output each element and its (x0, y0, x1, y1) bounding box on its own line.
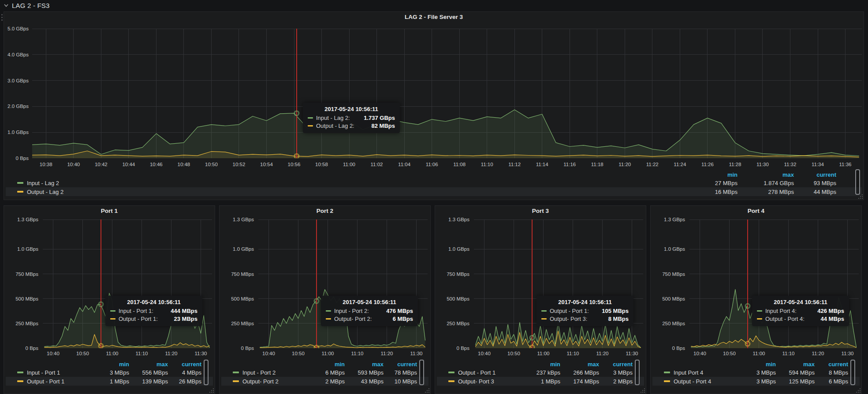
legend-scrollbar[interactable] (635, 360, 640, 385)
legend-header-row: min max current (652, 360, 860, 368)
legend-row: Input Port 4 3 MBps 594 MBps 8 MBps (652, 368, 860, 377)
tooltip-row: Input - Lag 2: 1.737 GBps (308, 115, 395, 121)
legend-row: Input - Port 1 3 MBps 556 MBps 4 MBps (6, 368, 213, 377)
y-axis-labels: 1.3 GBps1.0 GBps750 MBps500 MBps250 MBps… (220, 219, 256, 348)
y-tick-label: 500 MBps (662, 296, 685, 301)
legend-scrollbar[interactable] (855, 169, 860, 195)
plot-area[interactable] (258, 219, 428, 348)
row-collapse-header[interactable]: LAG 2 - FS3 (4, 1, 50, 10)
y-tick-label: 750 MBps (662, 271, 685, 277)
legend-row: Output - Port 4 3 MBps 125 MBps 6 MBps (652, 377, 860, 386)
plot-area[interactable] (689, 219, 859, 348)
series-swatch (541, 310, 547, 312)
x-tick-label: 11:08 (450, 162, 469, 167)
x-tick-label: 11:32 (780, 162, 800, 167)
series-swatch (664, 372, 670, 373)
x-tick-label: 11:20 (808, 351, 828, 356)
legend-table: min max current Input - Port 1 3 MBps 55… (6, 360, 213, 386)
x-tick-label: 10:40 (259, 351, 278, 356)
tooltip-timestamp: 2017-05-24 10:56:11 (757, 299, 844, 305)
y-axis-labels: 1.3 GBps1.0 GBps750 MBps500 MBps250 MBps… (5, 219, 40, 348)
series-swatch (233, 380, 239, 382)
legend-series-toggle[interactable]: Input Port 4 (664, 369, 741, 376)
x-tick-label: 11:30 (191, 351, 211, 356)
x-tick-label: 10:44 (119, 162, 138, 167)
x-axis-labels: 10:3810:4010:4210:4410:4610:4810:5010:52… (32, 161, 862, 168)
y-tick-label: 1.0 GBps (448, 246, 469, 252)
tooltip-row: Output - Port 4:44 MBps (757, 316, 844, 322)
legend-table: min max current Input Port 4 3 MBps 594 … (652, 360, 860, 386)
series-swatch (308, 117, 313, 119)
legend-series-toggle[interactable]: Output - Port 1 (448, 369, 525, 376)
x-tick-label: 10:50 (504, 351, 523, 356)
legend-table: min max current Output - Port 1 237 kBps… (437, 360, 644, 386)
legend-series-toggle[interactable]: Output- Port 3 (448, 378, 525, 385)
y-tick-label: 1.3 GBps (448, 217, 469, 222)
x-tick-label: 10:50 (719, 351, 739, 356)
x-tick-label: 11:28 (725, 162, 745, 167)
x-tick-label: 11:04 (395, 162, 414, 167)
x-tick-label: 10:58 (312, 162, 332, 167)
series-swatch (233, 372, 239, 373)
resize-handle-icon[interactable] (640, 387, 645, 393)
series-swatch (308, 125, 313, 126)
panel-title[interactable]: Port 2 (220, 208, 430, 214)
hover-tooltip: 2017-05-24 10:56:11 Input - Port 1:444 M… (105, 296, 202, 326)
tooltip-row: Output - Port 1:23 MBps (110, 316, 197, 322)
y-tick-label: 750 MBps (447, 271, 469, 277)
resize-handle-icon[interactable] (424, 387, 430, 393)
series-swatch (17, 372, 23, 373)
hover-tooltip: 2017-05-24 10:56:11 Input - Port 2:476 M… (321, 296, 418, 326)
x-tick-label: 10:42 (91, 162, 111, 167)
plot-area[interactable] (474, 219, 643, 348)
panel-title[interactable]: Port 1 (4, 208, 215, 214)
panel-lag2-file-server-3: LAG 2 - File Server 3 5.0 GBps4.0 GBps3.… (4, 11, 864, 200)
legend-series-toggle[interactable]: Output - Port 1 (17, 378, 94, 385)
chart-svg (258, 219, 428, 348)
legend-series-toggle[interactable]: Input - Port 2 (233, 369, 309, 376)
legend-row: Output- Port 2 2 MBps 43 MBps 10 MBps (221, 377, 428, 386)
x-tick-label: 11:00 (533, 351, 553, 356)
x-tick-label: 11:20 (162, 351, 181, 356)
legend-series-toggle[interactable]: Output- Port 2 (233, 378, 309, 385)
panel-title[interactable]: Port 4 (651, 208, 861, 214)
legend-series-toggle[interactable]: Output - Lag 2 (17, 189, 689, 195)
panel-port-2: Port 2 1.3 GBps1.0 GBps750 MBps500 MBps2… (219, 205, 431, 394)
hover-tooltip: 2017-05-24 10:56:11 Input Port 4:426 MBp… (752, 296, 849, 326)
dashboard: LAG 2 - FS3 LAG 2 - File Server 3 5.0 GB… (0, 0, 868, 394)
legend-scrollbar[interactable] (419, 360, 424, 385)
legend-table: min max current Input - Port 2 6 MBps 59… (221, 360, 428, 386)
tooltip-row: Input - Port 2:476 MBps (326, 308, 413, 314)
x-tick-label: 10:38 (36, 162, 56, 167)
y-tick-label: 3.0 GBps (7, 78, 29, 83)
x-tick-label: 10:40 (64, 162, 83, 167)
y-tick-label: 1.0 GBps (233, 246, 254, 252)
row-title: LAG 2 - FS3 (12, 2, 50, 9)
resize-handle-icon[interactable] (857, 193, 863, 199)
legend-scrollbar[interactable] (204, 360, 209, 385)
legend-series-toggle[interactable]: Output - Port 4 (664, 378, 741, 385)
x-tick-label: 11:30 (622, 351, 642, 356)
x-tick-label: 10:50 (201, 162, 221, 167)
plot-area[interactable] (32, 29, 862, 158)
plot-area[interactable] (43, 219, 212, 348)
panel-drag-handle-icon[interactable] (1, 14, 3, 21)
y-tick-label: 250 MBps (231, 321, 254, 326)
resize-handle-icon[interactable] (209, 387, 214, 393)
legend-scrollbar[interactable] (850, 360, 855, 385)
x-tick-label: 11:30 (407, 351, 426, 356)
x-tick-label: 11:26 (698, 162, 717, 167)
x-tick-label: 10:54 (257, 162, 276, 167)
panel-title[interactable]: LAG 2 - File Server 3 (4, 14, 864, 20)
y-tick-label: 500 MBps (447, 296, 469, 301)
panel-title[interactable]: Port 3 (435, 208, 646, 214)
y-tick-label: 0 Bps (457, 346, 469, 351)
legend-series-toggle[interactable]: Input - Port 1 (17, 369, 94, 376)
series-swatch (17, 380, 23, 382)
x-axis-labels: 10:4010:5011:0011:1011:2011:30 (258, 350, 428, 357)
y-tick-label: 5.0 GBps (7, 26, 29, 31)
resize-handle-icon[interactable] (855, 387, 861, 393)
legend-series-toggle[interactable]: Input - Lag 2 (17, 180, 689, 186)
x-tick-label: 10:50 (288, 351, 308, 356)
x-tick-label: 10:48 (174, 162, 194, 167)
